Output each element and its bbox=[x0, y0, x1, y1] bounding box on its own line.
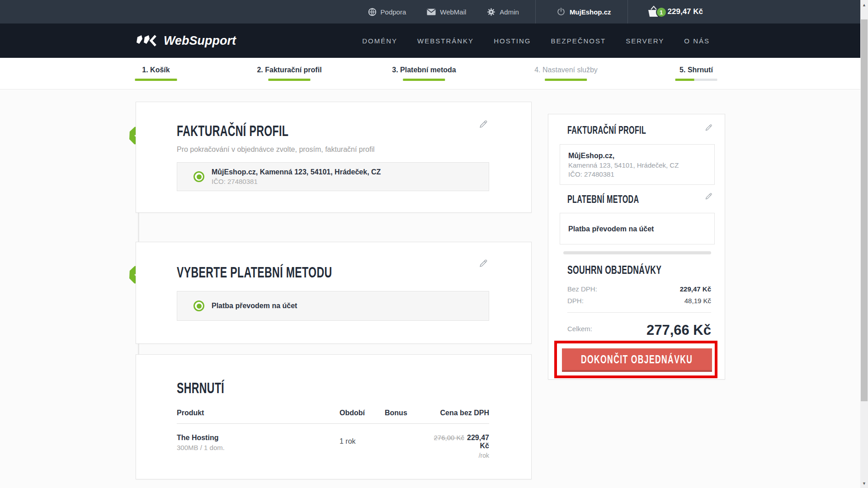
nav-item-bezpecnost[interactable]: BEZPEČNOST bbox=[551, 37, 606, 45]
order-summary-card: SHRNUTÍ Produkt Období Bonus Cena bez DP… bbox=[136, 354, 532, 479]
vat-row: DPH: 48,19 Kč bbox=[567, 297, 711, 305]
top-utility-bar: Podpora WebMail Admin bbox=[0, 0, 860, 23]
sidebar-billing-ico: IČO: 27480381 bbox=[568, 170, 714, 178]
webmail-label: WebMail bbox=[440, 8, 466, 16]
product-price-suffix: /rok bbox=[425, 452, 489, 459]
step-progress-bar bbox=[545, 79, 587, 81]
checkout-stepper: 1. Košík 2. Fakturační profil 3. Platebn… bbox=[0, 58, 860, 89]
vat-label: DPH: bbox=[567, 297, 584, 305]
mail-icon bbox=[427, 9, 436, 15]
scroll-up-arrow[interactable]: ▲ bbox=[860, 1, 868, 9]
sidebar-payment-method: Platba převodem na účet bbox=[568, 221, 714, 238]
col-bonus: Bonus bbox=[385, 409, 425, 417]
edit-billing-pencil-icon[interactable] bbox=[478, 119, 488, 129]
admin-link[interactable]: Admin bbox=[487, 8, 519, 16]
sidebar-summary-title: SOUHRN OBJEDNÁVKY bbox=[567, 263, 661, 277]
nav-item-o-nas[interactable]: O NÁS bbox=[684, 37, 710, 45]
billing-profile-option[interactable]: MůjEshop.cz, Kamenná 123, 54101, Hrádeče… bbox=[177, 162, 489, 191]
total-row: Celkem: 277,66 Kč bbox=[567, 322, 711, 338]
product-detail: 300MB / 1 dom. bbox=[177, 444, 340, 451]
step-platebni-metoda[interactable]: 3. Platební metoda bbox=[392, 66, 456, 81]
support-link[interactable]: Podpora bbox=[368, 8, 406, 16]
scroll-down-arrow[interactable]: ▼ bbox=[860, 479, 868, 487]
brand-name: WebSupport bbox=[164, 34, 236, 48]
complete-order-label: DOKONČIT OBJEDNÁVKU bbox=[581, 353, 693, 366]
payment-radio-selected[interactable] bbox=[193, 300, 204, 311]
nav-links: DOMÉNY WEBSTRÁNKY HOSTING BEZPEČNOST SER… bbox=[362, 23, 710, 58]
topbar-separator bbox=[535, 0, 536, 23]
step-kosik[interactable]: 1. Košík bbox=[135, 66, 177, 81]
vertical-scrollbar[interactable]: ▲ ▼ bbox=[860, 0, 868, 488]
subtotal-label: Bez DPH: bbox=[567, 285, 597, 293]
sidebar-edit-billing-pencil-icon[interactable] bbox=[704, 123, 713, 132]
nav-item-webstranky[interactable]: WEBSTRÁNKY bbox=[417, 37, 474, 45]
sidebar-billing-name: MůjEshop.cz, bbox=[568, 152, 714, 160]
sidebar-payment-box: Platba převodem na účet bbox=[560, 213, 715, 244]
order-sidebar: FAKTURAČNÍ PROFIL MůjEshop.cz, Kamenná 1… bbox=[548, 114, 725, 380]
total-label: Celkem: bbox=[567, 325, 592, 333]
table-row: The Hosting 300MB / 1 dom. 1 rok 276,00 … bbox=[177, 424, 489, 459]
edit-payment-pencil-icon[interactable] bbox=[478, 258, 488, 268]
gear-icon bbox=[487, 8, 495, 16]
billing-radio-selected[interactable] bbox=[193, 171, 204, 182]
cart-count-badge: 1 bbox=[656, 7, 667, 18]
total-value: 277,66 Kč bbox=[646, 322, 711, 338]
summary-table: Produkt Období Bonus Cena bez DPH The Ho… bbox=[177, 409, 489, 459]
nav-item-servery[interactable]: SERVERY bbox=[626, 37, 664, 45]
account-label: MujEshop.cz bbox=[570, 8, 611, 16]
checkout-page: Podpora WebMail Admin bbox=[0, 0, 868, 488]
main-navbar: WebSupport DOMÉNY WEBSTRÁNKY HOSTING BEZ… bbox=[0, 23, 860, 58]
cart-widget[interactable]: 1 229,47 Kč bbox=[646, 5, 703, 19]
topbar-separator-2 bbox=[627, 0, 628, 23]
support-label: Podpora bbox=[381, 8, 406, 16]
globe-icon bbox=[368, 8, 377, 16]
cart-total: 229,47 Kč bbox=[668, 7, 703, 16]
product-period: 1 rok bbox=[340, 437, 385, 446]
nav-item-domeny[interactable]: DOMÉNY bbox=[362, 37, 397, 45]
step-progress-bar bbox=[403, 79, 445, 81]
sidebar-edit-payment-pencil-icon[interactable] bbox=[704, 192, 713, 201]
product-price: 229,47 Kč bbox=[467, 434, 489, 450]
sidebar-billing-box: MůjEshop.cz, Kamenná 123, 54101, Hrádeče… bbox=[560, 144, 715, 185]
billing-profile-card: FAKTURAČNÍ PROFIL Pro pokračování v obje… bbox=[136, 102, 532, 213]
billing-card-subtitle: Pro pokračování v objednávce zvolte, pro… bbox=[177, 145, 375, 154]
complete-order-button[interactable]: DOKONČIT OBJEDNÁVKU bbox=[562, 348, 712, 372]
sidebar-payment-title: PLATEBNÍ METODA bbox=[567, 193, 639, 206]
step-shrnuti[interactable]: 5. Shrnutí bbox=[675, 66, 717, 81]
col-cena: Cena bez DPH bbox=[425, 409, 489, 417]
brand-logo[interactable]: WebSupport bbox=[136, 23, 236, 58]
product-name: The Hosting bbox=[177, 434, 340, 442]
step-fakturacni-profil[interactable]: 2. Fakturační profil bbox=[257, 66, 321, 81]
subtotal-value: 229,47 Kč bbox=[680, 285, 711, 293]
admin-label: Admin bbox=[500, 8, 519, 16]
sidebar-divider-pill bbox=[563, 251, 711, 254]
billing-option-label: MůjEshop.cz, Kamenná 123, 54101, Hrádeče… bbox=[212, 168, 381, 176]
billing-option-ico: IČO: 27480381 bbox=[212, 178, 381, 185]
summary-card-title: SHRNUTÍ bbox=[177, 380, 224, 397]
sidebar-billing-address: Kamenná 123, 54101, Hrádeček, CZ bbox=[568, 161, 714, 169]
col-produkt: Produkt bbox=[177, 409, 340, 417]
billing-card-title: FAKTURAČNÍ PROFIL bbox=[177, 122, 288, 140]
summary-table-header: Produkt Období Bonus Cena bez DPH bbox=[177, 409, 489, 424]
websupport-logo-icon bbox=[136, 33, 159, 48]
payment-card-title: VYBERTE PLATEBNÍ METODU bbox=[177, 264, 332, 281]
sidebar-divider bbox=[567, 312, 711, 313]
payment-method-card: VYBERTE PLATEBNÍ METODU Platba převodem … bbox=[136, 242, 532, 344]
vat-value: 48,19 Kč bbox=[684, 297, 711, 305]
payment-option-label: Platba převodem na účet bbox=[212, 302, 297, 310]
step-progress-bar bbox=[135, 79, 177, 81]
step-progress-bar bbox=[268, 79, 310, 81]
power-icon bbox=[557, 7, 566, 16]
account-menu[interactable]: MujEshop.cz bbox=[557, 7, 611, 16]
step-nastaveni-sluzby[interactable]: 4. Nastavení služby bbox=[534, 66, 598, 81]
scrollbar-thumb[interactable] bbox=[861, 19, 868, 401]
product-bonus bbox=[385, 434, 425, 459]
webmail-link[interactable]: WebMail bbox=[427, 8, 466, 16]
col-obdobi: Období bbox=[340, 409, 385, 417]
nav-item-hosting[interactable]: HOSTING bbox=[494, 37, 531, 45]
sidebar-billing-title: FAKTURAČNÍ PROFIL bbox=[567, 124, 646, 136]
step-progress-bar bbox=[675, 79, 717, 81]
product-price-old: 276,00 Kč bbox=[434, 434, 465, 441]
subtotal-row: Bez DPH: 229,47 Kč bbox=[567, 285, 711, 293]
payment-method-option[interactable]: Platba převodem na účet bbox=[177, 291, 489, 321]
